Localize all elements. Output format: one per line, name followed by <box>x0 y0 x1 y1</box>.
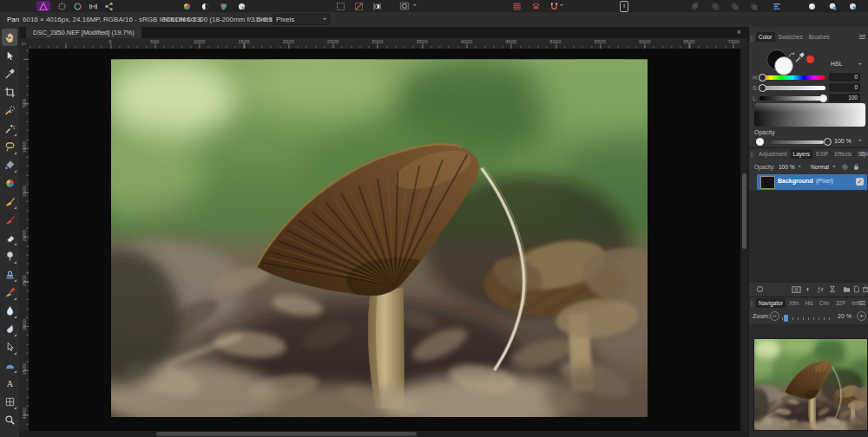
quick-mask-caret-icon[interactable] <box>411 1 418 11</box>
layer-opacity-value[interactable]: 100 % <box>779 164 794 170</box>
colour-opacity-caret-icon[interactable] <box>858 140 862 143</box>
move-forward-icon[interactable] <box>709 1 721 11</box>
pixel-grid-icon[interactable] <box>510 1 523 11</box>
node-tool[interactable] <box>2 338 17 355</box>
zoom-in-button[interactable]: + <box>857 311 866 321</box>
colour-opacity-knob[interactable] <box>824 138 832 146</box>
layer-opacity-caret-icon[interactable] <box>798 166 801 169</box>
mask-contrast-icon[interactable] <box>371 1 383 11</box>
gradient-tool[interactable] <box>2 174 17 192</box>
delete-layer-icon[interactable] <box>860 284 868 294</box>
h-slider[interactable] <box>760 75 825 80</box>
zoom-out-button[interactable]: − <box>770 311 779 321</box>
auto-contrast-icon[interactable] <box>199 1 211 11</box>
colour-replacement-brush-tool[interactable] <box>2 211 17 228</box>
document-tab[interactable]: DSC_2850.NEF [Modified] (19.7%) <box>26 27 141 38</box>
blur-brush-tool[interactable] <box>2 302 17 319</box>
layers-tab-adjustment[interactable]: Adjustment <box>756 149 790 159</box>
horizontal-scrollbar[interactable] <box>19 431 748 437</box>
auto-white-balance-icon[interactable] <box>235 1 247 11</box>
panel-grip[interactable] <box>751 301 752 307</box>
navigator-tab-his[interactable]: His <box>802 298 815 308</box>
vertical-scrollbar-thumb[interactable] <box>742 173 746 249</box>
l-slider-value[interactable]: 100 <box>829 94 860 102</box>
vertical-scrollbar[interactable] <box>740 38 748 431</box>
picked-colour-swatch[interactable] <box>806 55 814 63</box>
clone-brush-tool[interactable] <box>2 265 17 283</box>
layer-effects-icon[interactable]: ƒx <box>815 284 825 294</box>
quick-mask-icon[interactable] <box>399 1 410 11</box>
colour-tag-icon[interactable] <box>754 284 765 294</box>
horizontal-scrollbar-thumb[interactable] <box>156 432 417 436</box>
selection-brush-tool[interactable] <box>2 101 17 119</box>
navigator-tab-32p[interactable]: 32P <box>833 298 849 308</box>
crop-tool[interactable] <box>2 83 17 101</box>
export-persona-icon[interactable] <box>102 1 115 11</box>
s-slider-value[interactable]: 0 <box>829 83 860 92</box>
units-dropdown[interactable]: Pixels <box>273 14 330 25</box>
layers-tab-layers[interactable]: Layers <box>791 149 813 159</box>
navigator-tab-chn[interactable]: Chn <box>817 298 832 308</box>
mask-layer-icon[interactable] <box>791 284 801 294</box>
s-slider[interactable] <box>760 86 825 90</box>
freehand-selection-tool[interactable] <box>2 138 17 155</box>
colour-mode-value[interactable]: HSL <box>831 61 843 67</box>
text-tool[interactable]: A <box>2 375 17 392</box>
healing-brush-tool[interactable] <box>2 284 17 301</box>
layer-row-background[interactable]: Background (Pixel) ✓ <box>757 174 867 190</box>
snapping-slash-icon[interactable] <box>352 1 365 11</box>
h-slider-knob[interactable] <box>759 74 766 82</box>
group-folder-icon[interactable] <box>841 284 852 294</box>
panel-grip[interactable] <box>751 152 752 158</box>
navigator-panel-menu-icon[interactable] <box>859 301 865 302</box>
layers-tab-styles[interactable]: Styles <box>855 149 868 159</box>
navigator-tab-navigator[interactable]: Navigator <box>756 298 786 308</box>
zoom-slider[interactable] <box>782 317 834 320</box>
dodge-brush-tool[interactable] <box>2 247 17 264</box>
h-slider-value[interactable]: 0 <box>829 73 860 82</box>
paint-brush-tool[interactable] <box>2 192 17 210</box>
blend-mode-value[interactable]: Normal <box>811 164 829 170</box>
zoom-tool[interactable] <box>2 411 17 428</box>
move-tool[interactable] <box>2 47 17 64</box>
flood-select-tool[interactable] <box>2 120 17 137</box>
move-to-front-icon[interactable] <box>690 1 702 11</box>
flood-fill-tool[interactable] <box>2 156 17 173</box>
blend-options-gear-icon[interactable] <box>841 163 849 172</box>
opacity-swatch[interactable] <box>756 138 764 146</box>
erase-brush-tool[interactable] <box>2 229 17 246</box>
shape-tool[interactable] <box>2 356 17 374</box>
layers-panel-menu-icon[interactable] <box>859 152 865 153</box>
navigator-tab-xfm[interactable]: Xfm <box>786 298 802 308</box>
layers-tab-exif[interactable]: EXIF <box>813 149 831 159</box>
photo-persona-icon[interactable] <box>36 1 50 11</box>
shade-gradient-bar[interactable] <box>754 103 865 127</box>
l-slider-knob[interactable] <box>819 95 827 102</box>
layer-thumbnail[interactable] <box>760 176 775 189</box>
layers-tab-effects[interactable]: Effects <box>832 149 855 159</box>
l-slider[interactable] <box>760 96 825 101</box>
navigator-tab-info[interactable]: Info <box>849 298 864 308</box>
blend-mode-caret-icon[interactable] <box>832 166 836 169</box>
assistant-icon[interactable]: i <box>618 1 630 11</box>
color-picker-tool[interactable] <box>2 65 17 82</box>
sphere-highlight-icon[interactable] <box>806 1 818 11</box>
layers-list-empty-area[interactable] <box>749 191 868 283</box>
mesh-warp-tool[interactable] <box>2 393 17 410</box>
alignment-icon[interactable] <box>771 1 783 11</box>
color-tab-color[interactable]: Color <box>756 32 775 42</box>
colour-picker-icon[interactable] <box>794 51 806 67</box>
color-tab-brushes[interactable]: Brushes <box>806 32 832 42</box>
smudge-brush-tool[interactable] <box>2 320 17 337</box>
navigator-thumbnail[interactable] <box>754 339 867 430</box>
color-panel-menu-icon[interactable] <box>859 35 865 36</box>
move-to-back-icon[interactable] <box>747 1 760 11</box>
view-tool[interactable] <box>2 29 17 46</box>
selection-marquee-icon[interactable] <box>334 1 346 11</box>
colour-mode-caret-icon[interactable] <box>858 63 862 67</box>
panel-grip[interactable] <box>751 36 752 42</box>
snapping-caret-icon[interactable] <box>558 1 565 11</box>
lock-layer-icon[interactable] <box>852 163 860 172</box>
colour-opacity-slider[interactable] <box>770 140 824 144</box>
auto-levels-icon[interactable] <box>181 1 193 11</box>
